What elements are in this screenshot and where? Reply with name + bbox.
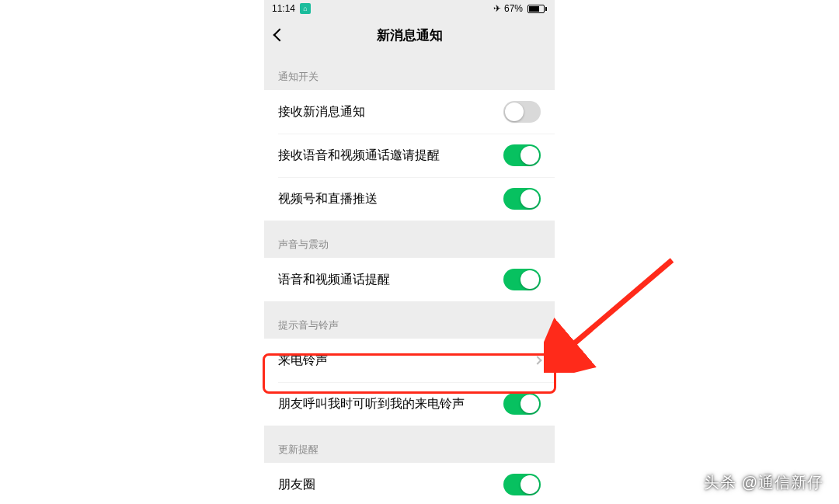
row-receive-call-invite[interactable]: 接收语音和视频通话邀请提醒 xyxy=(264,134,555,177)
row-ringtone[interactable]: 来电铃声 xyxy=(264,339,555,382)
toggle-channels-push[interactable] xyxy=(503,188,541,210)
row-label: 朋友呼叫我时可听到我的来电铃声 xyxy=(278,396,465,412)
row-label: 接收语音和视频通话邀请提醒 xyxy=(278,148,440,164)
toggle-moments[interactable] xyxy=(503,474,541,495)
scan-icon: ⌂ xyxy=(300,3,311,14)
row-label: 来电铃声 xyxy=(278,353,328,369)
section-header-sound-vibration: 声音与震动 xyxy=(264,221,555,258)
toggle-friend-hear-ringtone[interactable] xyxy=(503,393,541,415)
row-label: 朋友圈 xyxy=(278,477,315,493)
chevron-right-icon xyxy=(533,356,541,364)
page-title: 新消息通知 xyxy=(264,26,555,44)
toggle-receive-call-invite[interactable] xyxy=(503,144,541,166)
row-label: 语音和视频通话提醒 xyxy=(278,272,390,288)
battery-percent: 67% xyxy=(504,3,523,14)
toggle-receive-new[interactable] xyxy=(503,101,541,123)
row-call-alert[interactable]: 语音和视频通话提醒 xyxy=(264,258,555,301)
row-friend-hear-ringtone[interactable]: 朋友呼叫我时可听到我的来电铃声 xyxy=(264,382,555,426)
section-header-alert-ringtone: 提示音与铃声 xyxy=(264,301,555,339)
watermark: 头杀 @通信新仔 xyxy=(704,472,823,493)
status-time: 11:14 xyxy=(272,3,295,14)
nav-bar: 新消息通知 xyxy=(264,17,555,53)
battery-icon xyxy=(526,5,547,13)
row-receive-new-messages[interactable]: 接收新消息通知 xyxy=(264,90,555,134)
airplane-mode-icon: ✈ xyxy=(493,3,501,14)
row-channels-push[interactable]: 视频号和直播推送 xyxy=(264,177,555,221)
section-header-update-alert: 更新提醒 xyxy=(264,426,555,463)
status-bar: 11:14 ⌂ ✈ 67% xyxy=(264,0,555,17)
row-label: 接收新消息通知 xyxy=(278,104,365,120)
toggle-call-alert[interactable] xyxy=(503,269,541,290)
row-label: 视频号和直播推送 xyxy=(278,191,378,207)
row-moments[interactable]: 朋友圈 xyxy=(264,463,555,504)
section-header-notification-switch: 通知开关 xyxy=(264,53,555,90)
phone-frame: 11:14 ⌂ ✈ 67% 新消息通知 通知开关 接收新消息通知 接收语音和视频… xyxy=(264,0,555,504)
annotation-arrow xyxy=(544,249,684,373)
svg-line-0 xyxy=(567,260,672,349)
